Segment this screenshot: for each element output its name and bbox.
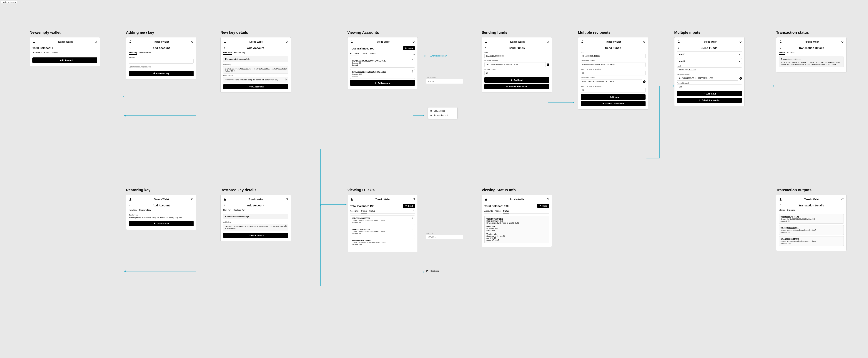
recipient1-input[interactable] (581, 62, 646, 67)
remove-recipient-icon[interactable]: ✕ (547, 63, 549, 66)
popover-remove-account[interactable]: Remove Account (428, 113, 457, 118)
remove-recipient-icon[interactable]: ✕ (643, 81, 646, 83)
copy-icon[interactable] (284, 67, 287, 70)
tab-tx-outputs[interactable]: Outputs (787, 209, 795, 212)
input-2-row[interactable]: Input 2 ⌄ (677, 58, 742, 64)
card-menu-icon[interactable]: ⋮ (411, 59, 414, 61)
send-button[interactable]: Send (403, 204, 415, 208)
refresh-icon[interactable] (547, 40, 549, 43)
back-icon[interactable] (129, 47, 131, 50)
input-field[interactable] (581, 54, 646, 58)
tab-tx-outputs[interactable]: Outputs (787, 51, 795, 55)
recipient-input[interactable] (677, 76, 738, 81)
add-input-button[interactable]: ＋ Add Input (677, 91, 742, 96)
sub-tab-new-key[interactable]: New Key (129, 209, 137, 212)
refresh-icon[interactable] (412, 40, 415, 43)
refresh-icon[interactable] (412, 198, 415, 201)
recipient2-input[interactable] (581, 79, 642, 84)
recipient-input[interactable] (485, 62, 546, 67)
add-account-button[interactable]: ＋ Add Account (350, 80, 415, 86)
input-1-row[interactable]: Input 1 ⌄ (677, 51, 742, 57)
sub-tab-new-key[interactable]: New Key (223, 51, 232, 55)
search-icon[interactable] (413, 210, 415, 213)
submit-tx-button[interactable]: Submit transaction (485, 84, 549, 89)
add-account-button[interactable]: ＋ Add Account (32, 57, 97, 63)
tab-coins[interactable]: Coins (44, 51, 50, 55)
amount-input[interactable] (677, 85, 742, 89)
sub-tab-restore-key[interactable]: Restore Key (234, 209, 245, 212)
refresh-icon[interactable] (285, 198, 288, 201)
utxo-card[interactable]: 127a3323d00000000 Owner: 0x04c6722d964a9… (350, 215, 415, 225)
tab-coins[interactable]: Coins (361, 210, 367, 213)
refresh-icon[interactable] (191, 40, 193, 43)
refresh-icon[interactable] (841, 40, 844, 43)
send-button[interactable]: Send (537, 204, 549, 208)
input-field[interactable] (485, 54, 549, 58)
find-coin-input[interactable] (426, 235, 463, 239)
refresh-icon[interactable] (841, 198, 844, 201)
restore-key-button[interactable]: Restore Key (129, 221, 193, 226)
back-icon[interactable] (779, 204, 781, 207)
add-input-button[interactable]: ＋ Add Input (581, 94, 646, 100)
copy-icon[interactable] (284, 79, 287, 81)
sub-tab-restore-key[interactable]: Restore Key (140, 51, 151, 55)
tab-accounts[interactable]: Accounts (350, 52, 359, 56)
tab-tx-status[interactable]: Status (779, 51, 785, 55)
card-menu-icon[interactable]: ⋮ (411, 70, 414, 72)
refresh-icon[interactable] (95, 40, 97, 43)
tab-status[interactable]: Status (52, 51, 58, 55)
card-menu-icon[interactable]: ⋮ (411, 239, 414, 241)
search-icon[interactable] (413, 53, 415, 55)
refresh-icon[interactable] (643, 40, 646, 43)
submit-tx-button[interactable]: Submit transaction (677, 98, 742, 103)
amount2-input[interactable] (581, 88, 646, 92)
card-menu-icon[interactable]: ⋮ (411, 217, 414, 219)
password-hint-input[interactable] (129, 65, 193, 69)
refresh-icon[interactable] (547, 198, 549, 201)
tab-status[interactable]: Status (369, 210, 375, 213)
tab-coins[interactable]: Coins (495, 210, 500, 213)
refresh-icon[interactable] (191, 198, 193, 201)
tab-coins[interactable]: Coins (362, 52, 367, 56)
amount1-input[interactable] (581, 71, 646, 76)
back-icon[interactable] (129, 204, 131, 207)
input-label: Input (485, 51, 549, 53)
sub-tab-restore-key[interactable]: Restore Key (139, 209, 151, 212)
refresh-icon[interactable] (739, 40, 742, 43)
copy-icon[interactable] (284, 225, 287, 227)
tab-status[interactable]: Status (503, 210, 509, 213)
sub-tab-new-key[interactable]: New Key (223, 209, 231, 212)
back-icon[interactable] (223, 47, 226, 50)
refresh-icon[interactable] (285, 40, 288, 43)
account-card[interactable]: 0xf41a866782d45a4d2d8a623a…e06b Balance:… (350, 69, 415, 79)
tab-accounts[interactable]: Accounts (485, 210, 493, 213)
amount-input[interactable] (485, 71, 549, 76)
back-icon[interactable] (581, 47, 583, 50)
utxo-card[interactable]: e45afa35bf01000000 Owner: 0xf41a866782d4… (350, 238, 415, 247)
popover-copy-address[interactable]: Copy address (428, 109, 457, 113)
utxo-card[interactable]: 127a3323d01000000 Owner: 0x04c6722d964a9… (350, 227, 415, 236)
tab-accounts[interactable]: Accounts (32, 51, 42, 55)
tab-status[interactable]: Status (370, 52, 375, 56)
find-account-input[interactable] (426, 79, 463, 84)
tab-tx-status[interactable]: Status (779, 209, 785, 212)
account-card[interactable]: 0x04c6722d964a982669517f01…8646 Balance:… (350, 58, 415, 68)
card-menu-icon[interactable]: ⋮ (411, 228, 414, 230)
submit-tx-button[interactable]: Submit transaction (581, 101, 646, 106)
back-icon[interactable] (779, 47, 781, 50)
sub-tab-restore-key[interactable]: Restore Key (234, 51, 245, 55)
generate-key-button[interactable]: Generate Key (129, 71, 193, 76)
send-button[interactable]: Send (403, 46, 415, 51)
back-icon[interactable] (223, 204, 226, 207)
password-input[interactable] (129, 59, 193, 64)
input-value[interactable] (677, 67, 742, 72)
tab-accounts[interactable]: Accounts (350, 210, 359, 213)
add-input-button[interactable]: ＋ Add Input (485, 77, 549, 83)
sub-tab-new-key[interactable]: New Key (129, 51, 137, 55)
view-accounts-button[interactable]: › View Accounts (223, 84, 288, 89)
remove-recipient-icon[interactable]: ✕ (739, 77, 742, 80)
back-icon[interactable] (485, 47, 487, 50)
view-accounts-button[interactable]: › View Accounts (223, 233, 288, 238)
back-icon[interactable] (677, 47, 680, 50)
send-coin-icon[interactable] (426, 269, 429, 272)
